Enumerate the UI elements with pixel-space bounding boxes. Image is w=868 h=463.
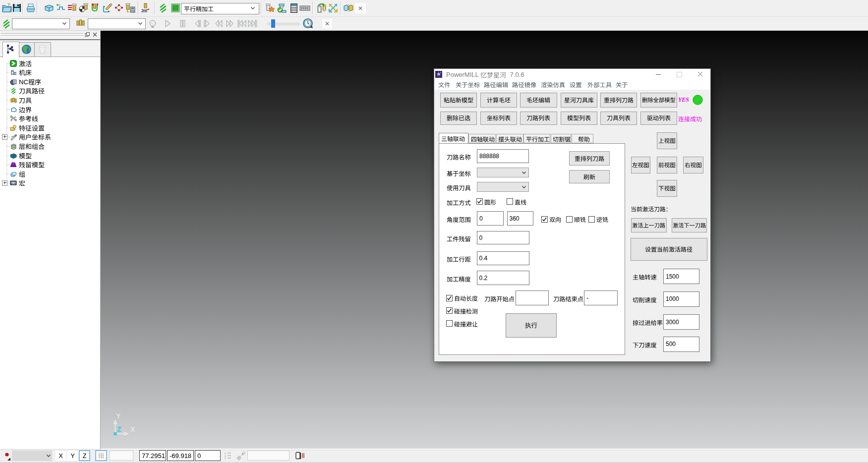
svg-text:Z: Z (117, 425, 121, 433)
svg-text:MAX: MAX (11, 183, 16, 185)
svg-text:Y: Y (116, 412, 121, 420)
svg-text:X: X (130, 425, 135, 433)
svg-text:z: z (225, 457, 226, 460)
